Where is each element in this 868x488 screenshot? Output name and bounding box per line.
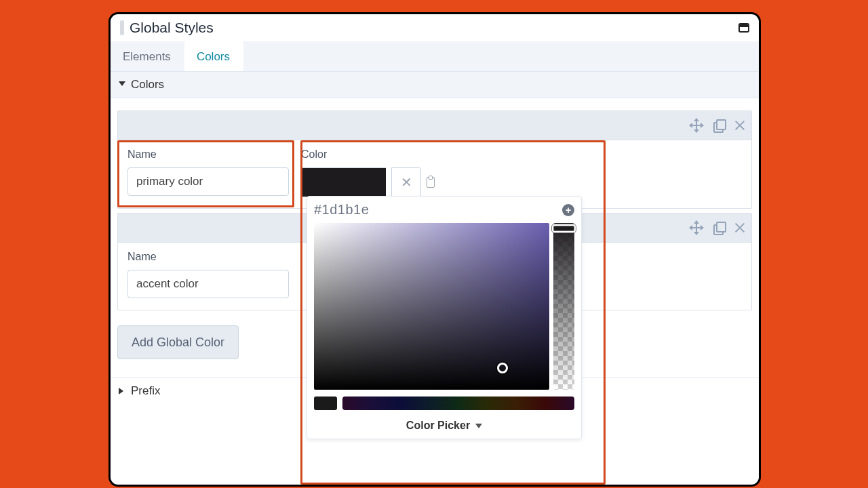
- chevron-down-icon: [475, 422, 482, 429]
- section-prefix-label: Prefix: [131, 384, 160, 398]
- window-dock-icon[interactable]: [738, 23, 749, 33]
- name-label: Name: [127, 251, 289, 263]
- move-icon[interactable]: [690, 222, 703, 234]
- color-picker-label: Color Picker: [406, 420, 470, 432]
- hex-value[interactable]: #1d1b1e: [314, 202, 369, 218]
- remove-icon[interactable]: [734, 119, 746, 131]
- current-color-chip: [314, 396, 337, 410]
- color-picker-toggle[interactable]: Color Picker: [307, 410, 581, 439]
- color-item-header: [117, 110, 752, 140]
- chevron-right-icon: [119, 388, 125, 394]
- duplicate-icon[interactable]: [712, 119, 724, 131]
- section-colors-header[interactable]: Colors: [111, 72, 759, 98]
- chevron-down-icon: [119, 81, 125, 88]
- remove-icon[interactable]: [734, 222, 746, 234]
- global-styles-panel: Global Styles Elements Colors Colors Nam: [108, 12, 761, 487]
- name-input-1[interactable]: [127, 167, 289, 196]
- tab-bar: Elements Colors: [111, 41, 759, 72]
- panel-title: Global Styles: [130, 20, 214, 36]
- color-label: Color: [301, 148, 435, 161]
- content-area: Name Color ✕: [111, 98, 759, 405]
- add-global-color-button[interactable]: Add Global Color: [117, 325, 239, 359]
- drag-grip-icon[interactable]: [120, 20, 124, 35]
- color-item-1: Name Color ✕: [117, 110, 752, 209]
- alpha-slider[interactable]: [553, 223, 575, 390]
- sv-handle-icon[interactable]: [497, 363, 508, 373]
- add-swatch-icon[interactable]: +: [562, 204, 574, 216]
- clipboard-icon[interactable]: [427, 177, 435, 188]
- title-bar: Global Styles: [111, 14, 759, 41]
- hue-slider[interactable]: [342, 396, 574, 410]
- saturation-value-area[interactable]: [314, 223, 549, 390]
- duplicate-icon[interactable]: [712, 222, 724, 234]
- name-input-2[interactable]: [127, 270, 289, 298]
- alpha-thumb-icon[interactable]: [552, 224, 576, 232]
- section-colors-label: Colors: [131, 78, 164, 92]
- color-picker-popover: #1d1b1e + Color Picker: [307, 196, 582, 439]
- color-swatch[interactable]: [301, 167, 386, 197]
- name-label: Name: [127, 148, 289, 161]
- tab-elements[interactable]: Elements: [111, 41, 184, 71]
- clear-color-icon[interactable]: ✕: [391, 167, 421, 197]
- tab-colors[interactable]: Colors: [184, 41, 243, 71]
- move-icon[interactable]: [690, 119, 703, 131]
